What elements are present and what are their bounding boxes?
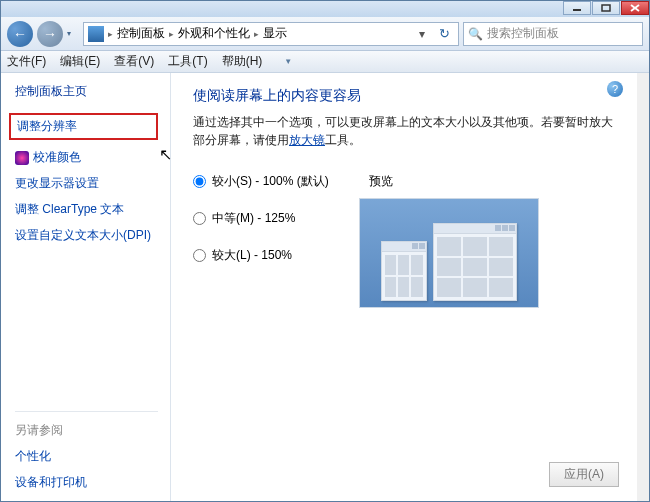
search-icon: 🔍 bbox=[468, 27, 483, 41]
menu-view[interactable]: 查看(V) bbox=[114, 53, 154, 70]
sidebar-item-dpi[interactable]: 设置自定义文本大小(DPI) bbox=[15, 227, 158, 244]
size-options: 较小(S) - 100% (默认) 中等(M) - 125% 较大(L) - 1… bbox=[193, 173, 329, 308]
menu-help[interactable]: 帮助(H) bbox=[222, 53, 263, 70]
body-area: 控制面板主页 调整分辨率 校准颜色 更改显示器设置 调整 ClearType 文… bbox=[1, 73, 649, 501]
radio-smaller[interactable] bbox=[193, 175, 206, 188]
sidebar-item-resolution[interactable]: 调整分辨率 bbox=[9, 113, 158, 140]
sidebar-item-cleartype[interactable]: 调整 ClearType 文本 bbox=[15, 201, 158, 218]
sidebar-also-devices[interactable]: 设备和打印机 bbox=[15, 474, 158, 491]
sidebar-also-personalize[interactable]: 个性化 bbox=[15, 448, 158, 465]
breadcrumb[interactable]: 外观和个性化 bbox=[178, 25, 250, 42]
sidebar-home-link[interactable]: 控制面板主页 bbox=[15, 83, 158, 100]
chevron-right-icon: ▸ bbox=[169, 29, 174, 39]
sidebar: 控制面板主页 调整分辨率 校准颜色 更改显示器设置 调整 ClearType 文… bbox=[1, 73, 171, 501]
menu-bar: 文件(F) 编辑(E) 查看(V) 工具(T) 帮助(H) ▼ bbox=[1, 51, 649, 73]
menu-overflow-icon[interactable]: ▼ bbox=[284, 57, 292, 66]
chevron-right-icon: ▸ bbox=[254, 29, 259, 39]
main-content: ? 使阅读屏幕上的内容更容易 通过选择其中一个选项，可以更改屏幕上的文本大小以及… bbox=[171, 73, 637, 501]
sidebar-item-calibrate[interactable]: 校准颜色 bbox=[15, 149, 158, 166]
menu-edit[interactable]: 编辑(E) bbox=[60, 53, 100, 70]
shield-icon bbox=[15, 151, 29, 165]
navigation-bar: ← → ▾ ▸ 控制面板 ▸ 外观和个性化 ▸ 显示 ▾ ↻ 🔍 搜索控制面板 bbox=[1, 17, 649, 51]
titlebar bbox=[1, 1, 649, 17]
svg-rect-1 bbox=[602, 5, 610, 11]
sidebar-see-also-header: 另请参阅 bbox=[15, 411, 158, 439]
radio-larger[interactable] bbox=[193, 249, 206, 262]
sidebar-item-display-settings[interactable]: 更改显示器设置 bbox=[15, 175, 158, 192]
menu-file[interactable]: 文件(F) bbox=[7, 53, 46, 70]
chevron-right-icon: ▸ bbox=[108, 29, 113, 39]
option-smaller[interactable]: 较小(S) - 100% (默认) bbox=[193, 173, 329, 190]
control-panel-icon bbox=[88, 26, 104, 42]
preview-image bbox=[359, 198, 539, 308]
maximize-button[interactable] bbox=[592, 1, 620, 15]
preview-label: 预览 bbox=[369, 173, 539, 190]
forward-button[interactable]: → bbox=[37, 21, 63, 47]
search-input[interactable]: 🔍 搜索控制面板 bbox=[463, 22, 643, 46]
refresh-button[interactable]: ↻ bbox=[434, 26, 454, 41]
back-button[interactable]: ← bbox=[7, 21, 33, 47]
recent-pages-chevron-icon[interactable]: ▾ bbox=[67, 24, 79, 44]
help-icon[interactable]: ? bbox=[607, 81, 623, 97]
scrollbar[interactable] bbox=[637, 73, 649, 501]
minimize-button[interactable] bbox=[563, 1, 591, 15]
close-button[interactable] bbox=[621, 1, 649, 15]
address-bar[interactable]: ▸ 控制面板 ▸ 外观和个性化 ▸ 显示 ▾ ↻ bbox=[83, 22, 459, 46]
magnifier-link[interactable]: 放大镜 bbox=[289, 133, 325, 147]
page-description: 通过选择其中一个选项，可以更改屏幕上的文本大小以及其他项。若要暂时放大部分屏幕，… bbox=[193, 113, 619, 149]
menu-tools[interactable]: 工具(T) bbox=[168, 53, 207, 70]
option-larger[interactable]: 较大(L) - 150% bbox=[193, 247, 329, 264]
breadcrumb[interactable]: 控制面板 bbox=[117, 25, 165, 42]
breadcrumb[interactable]: 显示 bbox=[263, 25, 287, 42]
option-medium[interactable]: 中等(M) - 125% bbox=[193, 210, 329, 227]
radio-medium[interactable] bbox=[193, 212, 206, 225]
page-title: 使阅读屏幕上的内容更容易 bbox=[193, 87, 619, 105]
apply-button[interactable]: 应用(A) bbox=[549, 462, 619, 487]
address-dropdown-icon[interactable]: ▾ bbox=[414, 27, 430, 41]
search-placeholder: 搜索控制面板 bbox=[487, 25, 559, 42]
